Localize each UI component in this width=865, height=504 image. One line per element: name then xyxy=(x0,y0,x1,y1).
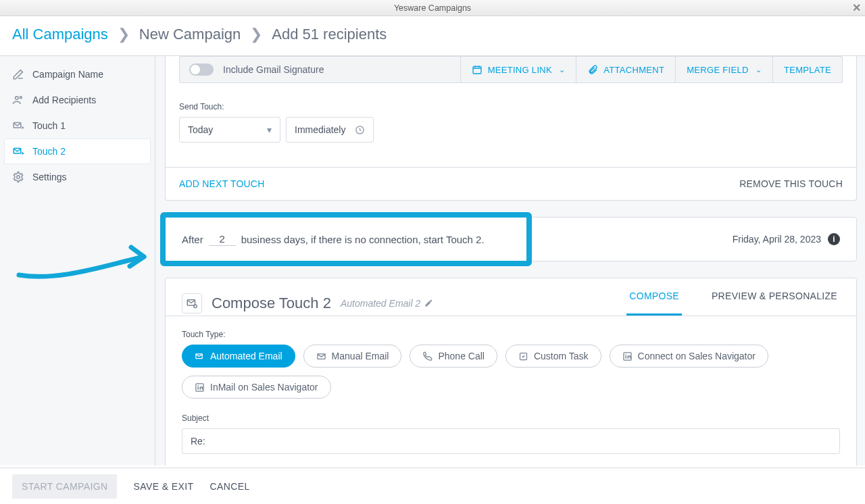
close-icon[interactable]: ✕ xyxy=(852,1,861,14)
cancel-button[interactable]: CANCEL xyxy=(209,481,249,492)
breadcrumb-mid: New Campaign xyxy=(139,26,241,43)
task-icon xyxy=(518,351,528,361)
touch-delay-card: After business days, if there is no conn… xyxy=(165,217,857,261)
meeting-link-label: MEETING LINK xyxy=(488,65,552,75)
svg-point-8 xyxy=(194,304,197,307)
breadcrumb: All Campaigns ❯ New Campaign ❯ Add 51 re… xyxy=(0,16,865,56)
linkedin-icon xyxy=(622,351,633,361)
mail-auto-icon xyxy=(195,351,205,361)
chevron-down-icon: ⌄ xyxy=(559,66,565,74)
svg-point-1 xyxy=(20,97,22,99)
tab-compose[interactable]: COMPOSE xyxy=(626,291,682,316)
start-campaign-button[interactable]: START CAMPAIGN xyxy=(12,474,117,499)
gmail-signature-toggle[interactable] xyxy=(189,64,214,76)
touch-type-label: Manual Email xyxy=(332,351,389,361)
subject-input[interactable] xyxy=(182,428,840,454)
touch-type-inmail-sales-navigator[interactable]: InMail on Sales Navigator xyxy=(182,376,331,399)
gmail-signature-label: Include Gmail Signature xyxy=(223,64,324,75)
send-day-value: Today xyxy=(188,124,213,135)
svg-point-4 xyxy=(17,176,20,179)
send-touch-label: Send Touch: xyxy=(179,102,843,111)
delay-prefix: After xyxy=(182,234,203,245)
meeting-link-button[interactable]: MEETING LINK ⌄ xyxy=(460,57,576,82)
touch-type-phone-call[interactable]: Phone Call xyxy=(410,345,497,368)
mail-send-icon xyxy=(12,145,24,157)
chevron-down-icon: ⌄ xyxy=(756,66,762,74)
touch-type-custom-task[interactable]: Custom Task xyxy=(505,345,601,368)
signature-toolbar: Include Gmail Signature MEETING LINK ⌄ A… xyxy=(179,56,843,83)
compose-title: Compose Touch 2 xyxy=(212,295,331,312)
sidebar-item-add-recipients[interactable]: Add Recipients xyxy=(4,87,151,113)
touch-type-label: Phone Call xyxy=(438,351,485,361)
pencil-icon[interactable] xyxy=(424,299,433,307)
svg-rect-5 xyxy=(473,66,481,74)
sidebar-item-campaign-name[interactable]: Campaign Name xyxy=(4,61,151,87)
svg-point-17 xyxy=(197,384,199,386)
caret-down-icon: ▾ xyxy=(267,124,272,135)
touch-type-label: Touch Type: xyxy=(182,330,840,339)
sidebar-item-label: Touch 2 xyxy=(32,146,66,157)
send-day-select[interactable]: Today ▾ xyxy=(179,117,280,143)
save-exit-button[interactable]: SAVE & EXIT xyxy=(133,481,193,492)
window-title: Yesware Campaigns xyxy=(394,3,471,13)
attachment-button[interactable]: ATTACHMENT xyxy=(576,57,675,82)
svg-rect-16 xyxy=(197,386,199,389)
sidebar-item-settings[interactable]: Settings xyxy=(4,164,151,190)
main-content: Include Gmail Signature MEETING LINK ⌄ A… xyxy=(155,56,865,465)
people-icon xyxy=(12,94,24,106)
send-time-select[interactable]: Immediately xyxy=(286,117,374,143)
mail-icon xyxy=(316,351,326,361)
compose-touch-2-card: Compose Touch 2 Automated Email 2 COMPOS… xyxy=(165,278,857,465)
footer-bar: START CAMPAIGN SAVE & EXIT CANCEL xyxy=(0,468,865,504)
gear-icon xyxy=(12,171,24,183)
edit-icon xyxy=(12,68,24,80)
touch-type-label: Connect on Sales Navigator xyxy=(638,351,756,361)
template-button[interactable]: TEMPLATE xyxy=(772,57,842,82)
merge-field-button[interactable]: MERGE FIELD ⌄ xyxy=(675,57,772,82)
compose-subtitle: Automated Email 2 xyxy=(341,298,420,309)
chevron-right-icon: ❯ xyxy=(118,26,130,43)
sidebar-item-label: Touch 1 xyxy=(32,120,66,131)
attachment-label: ATTACHMENT xyxy=(603,65,664,75)
sidebar-item-label: Settings xyxy=(32,172,67,182)
delay-days-input[interactable] xyxy=(209,232,236,246)
mail-send-icon xyxy=(12,120,24,132)
clock-icon xyxy=(355,125,365,135)
add-next-touch-button[interactable]: ADD NEXT TOUCH xyxy=(179,178,265,189)
breadcrumb-leaf: Add 51 recipients xyxy=(272,26,387,43)
touch-type-label: Automated Email xyxy=(210,351,282,361)
svg-point-14 xyxy=(625,353,626,355)
sidebar-item-touch-2[interactable]: Touch 2 xyxy=(4,138,151,164)
template-label: TEMPLATE xyxy=(784,65,831,75)
delay-suffix: business days, if there is no connection… xyxy=(241,234,485,245)
touch-type-connect-sales-navigator[interactable]: Connect on Sales Navigator xyxy=(610,345,768,368)
sidebar-item-label: Add Recipients xyxy=(32,95,96,105)
compose-icon xyxy=(182,293,202,313)
sidebar-item-touch-1[interactable]: Touch 1 xyxy=(4,113,151,138)
sidebar-item-label: Campaign Name xyxy=(32,69,103,80)
linkedin-icon xyxy=(195,382,205,393)
chevron-right-icon: ❯ xyxy=(250,26,262,43)
calendar-icon xyxy=(472,64,483,75)
sidebar: Campaign Name Add Recipients Touch 1 Tou… xyxy=(0,56,155,465)
phone-icon xyxy=(422,351,432,361)
touch-type-label: Custom Task xyxy=(534,351,589,361)
subject-label: Subject xyxy=(182,413,840,423)
svg-rect-13 xyxy=(625,355,626,358)
attachment-icon xyxy=(587,64,598,75)
svg-point-0 xyxy=(16,97,19,100)
window-titlebar: Yesware Campaigns ✕ xyxy=(0,0,865,16)
touch-type-label: InMail on Sales Navigator xyxy=(210,382,318,393)
breadcrumb-root[interactable]: All Campaigns xyxy=(12,26,108,43)
info-icon[interactable]: i xyxy=(828,233,840,245)
delay-date: Friday, April 28, 2023 xyxy=(733,234,821,245)
touch-type-automated-email[interactable]: Automated Email xyxy=(182,345,295,368)
remove-touch-button[interactable]: REMOVE THIS TOUCH xyxy=(739,178,843,189)
merge-field-label: MERGE FIELD xyxy=(687,65,748,75)
touch-1-card: Include Gmail Signature MEETING LINK ⌄ A… xyxy=(165,56,857,201)
mail-gear-icon xyxy=(186,297,198,309)
send-time-value: Immediately xyxy=(295,124,345,135)
tab-preview[interactable]: PREVIEW & PERSONALIZE xyxy=(709,291,840,316)
touch-type-manual-email[interactable]: Manual Email xyxy=(303,345,402,368)
